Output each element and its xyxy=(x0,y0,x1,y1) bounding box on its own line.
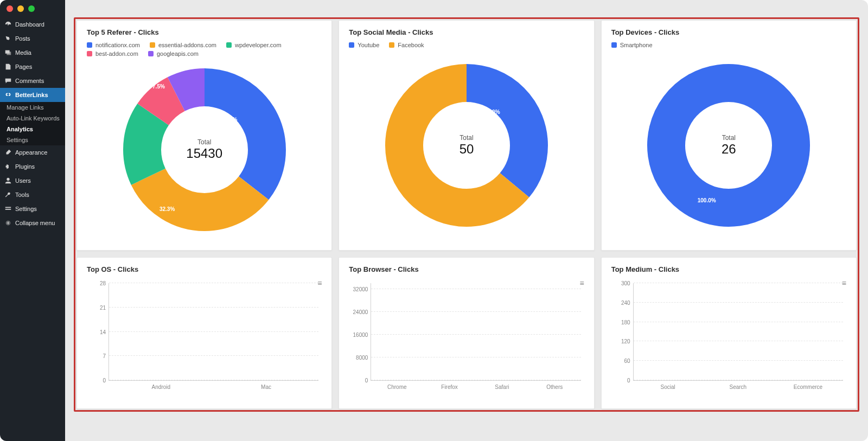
y-tick: 300 xyxy=(613,280,630,286)
legend-label: Facebook xyxy=(398,42,424,48)
close-icon[interactable] xyxy=(7,5,13,12)
link-icon xyxy=(4,91,12,99)
legend-swatch xyxy=(389,42,394,48)
x-axis: AndroidMac xyxy=(108,381,318,390)
svg-rect-1 xyxy=(7,52,11,55)
slice-label: 16.7% xyxy=(104,139,119,145)
x-tick: Firefox xyxy=(423,381,476,390)
sidebar-item-label: BetterLinks xyxy=(15,92,48,98)
donut-chart: Total 26 100.0% xyxy=(611,52,846,239)
wrench-icon xyxy=(4,191,12,199)
y-tick: 180 xyxy=(613,319,630,325)
legend-swatch xyxy=(148,51,154,56)
total-value: 50 xyxy=(459,142,474,157)
sidebar-item-comments[interactable]: Comments xyxy=(0,74,65,88)
y-tick: 0 xyxy=(88,378,106,384)
legend-swatch xyxy=(611,42,617,48)
admin-sidebar: Dashboard Posts Media Pages Comments Bet… xyxy=(0,0,65,441)
sidebar-item-dashboard[interactable]: Dashboard xyxy=(0,17,65,31)
x-axis: ChromeFirefoxSafariOthers xyxy=(371,381,580,390)
window-controls xyxy=(7,5,35,12)
sidebar-item-label: Posts xyxy=(15,35,30,42)
bar-value: 50 xyxy=(665,371,671,377)
y-tick: 240 xyxy=(613,299,630,305)
sidebar-item-plugins[interactable]: Plugins xyxy=(0,159,65,174)
card-title: Top Social Media - Clicks xyxy=(349,28,584,36)
sidebar-item-label: Media xyxy=(15,49,31,56)
sidebar-sub-analytics[interactable]: Analytics xyxy=(0,124,65,135)
app-window: Dashboard Posts Media Pages Comments Bet… xyxy=(0,0,868,441)
bar-value: 33484 xyxy=(390,371,405,377)
sidebar-item-label: Comments xyxy=(15,78,44,84)
x-tick: Search xyxy=(703,381,773,390)
sidebar-item-label: Tools xyxy=(15,191,29,198)
legend-swatch xyxy=(87,51,92,56)
y-tick: 7 xyxy=(88,353,106,359)
page-icon xyxy=(4,63,12,71)
analytics-grid: Top 5 Referer - Clicks notificationx.com… xyxy=(74,17,859,412)
legend-item[interactable]: Smartphone xyxy=(611,42,653,48)
total-value: 15430 xyxy=(186,146,222,161)
sidebar-item-label: Pages xyxy=(15,63,32,70)
svg-point-2 xyxy=(7,178,9,181)
legend-item[interactable]: Facebook xyxy=(389,42,424,48)
sidebar-item-betterlinks[interactable]: BetterLinks xyxy=(0,88,65,102)
sidebar-item-tools[interactable]: Tools xyxy=(0,188,65,202)
legend-label: googleapis.com xyxy=(157,50,199,57)
legend-item[interactable]: essential-addons.com xyxy=(150,42,216,48)
sidebar-sub-manage-links[interactable]: Manage Links xyxy=(0,102,65,113)
legend-swatch xyxy=(226,42,232,48)
legend-label: Smartphone xyxy=(620,42,653,48)
plug-icon xyxy=(4,163,12,170)
card-top-medium: Top Medium - Clicks ≡ 060120180240300505… xyxy=(601,257,857,409)
sidebar-sub-settings[interactable]: Settings xyxy=(0,135,65,145)
chart-legend: notificationx.comessential-addons.comwpd… xyxy=(87,42,322,57)
brush-icon xyxy=(4,149,12,156)
media-icon xyxy=(4,49,12,56)
legend-item[interactable]: Youtube xyxy=(349,42,379,48)
sidebar-item-posts[interactable]: Posts xyxy=(0,31,65,46)
sidebar-sub-autolink[interactable]: Auto-Link Keywords xyxy=(0,113,65,124)
collapse-icon xyxy=(4,219,12,227)
sidebar-item-label: Appearance xyxy=(15,149,47,156)
sidebar-item-media[interactable]: Media xyxy=(0,46,65,60)
legend-item[interactable]: best-addon.com xyxy=(87,50,138,57)
total-label: Total xyxy=(722,134,736,142)
x-tick: Ecommerce xyxy=(773,381,843,390)
legend-swatch xyxy=(87,42,92,48)
legend-item[interactable]: googleapis.com xyxy=(148,50,199,57)
sidebar-item-appearance[interactable]: Appearance xyxy=(0,145,65,159)
x-tick: Safari xyxy=(476,381,528,390)
donut-chart: Total 50 36.0%64.0% xyxy=(349,52,584,239)
sidebar-item-users[interactable]: Users xyxy=(0,174,65,188)
card-top-os: Top OS - Clicks ≡ 07142128267AndroidMac xyxy=(76,257,332,409)
sidebar-item-label: Users xyxy=(15,177,31,184)
legend-swatch xyxy=(349,42,354,48)
sidebar-item-label: Plugins xyxy=(15,163,35,170)
bar-value: 2824 xyxy=(496,371,508,377)
sidebar-item-pages[interactable]: Pages xyxy=(0,60,65,74)
sidebar-item-label: Dashboard xyxy=(15,21,44,28)
pin-icon xyxy=(4,35,12,42)
legend-item[interactable]: wpdeveloper.com xyxy=(226,42,282,48)
card-title: Top 5 Referer - Clicks xyxy=(87,28,322,36)
bar-value: 9372 xyxy=(548,371,560,377)
minimize-icon[interactable] xyxy=(17,5,24,12)
maximize-icon[interactable] xyxy=(28,5,35,12)
y-tick: 21 xyxy=(88,304,106,310)
legend-label: Youtube xyxy=(358,42,379,48)
x-tick: Android xyxy=(108,381,214,390)
bar-value: 26 xyxy=(158,371,164,377)
sidebar-item-collapse[interactable]: Collapse menu xyxy=(0,216,65,230)
bar-value: 59 xyxy=(735,371,741,377)
legend-label: wpdeveloper.com xyxy=(235,42,282,48)
comment-icon xyxy=(4,77,12,85)
donut-chart: Total 15430 35.5%32.3%16.7%7.9%7.5% xyxy=(87,60,322,239)
legend-item[interactable]: notificationx.com xyxy=(87,42,140,48)
sidebar-item-settings[interactable]: Settings xyxy=(0,202,65,216)
card-title: Top Devices - Clicks xyxy=(611,28,846,36)
sliders-icon xyxy=(4,205,12,213)
card-top-referer: Top 5 Referer - Clicks notificationx.com… xyxy=(76,20,332,251)
y-tick: 0 xyxy=(350,378,368,384)
x-tick: Social xyxy=(633,381,703,390)
